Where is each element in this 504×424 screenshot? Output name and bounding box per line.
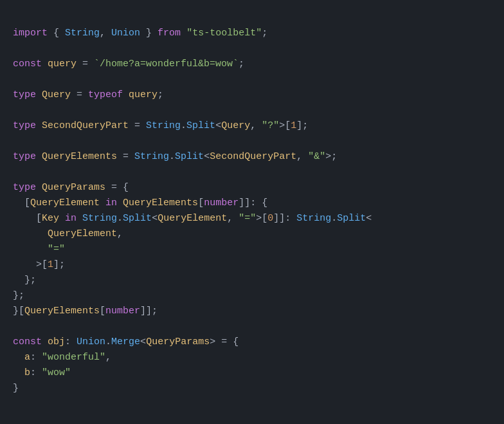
line-19: }[QueryElements[number]]; <box>13 306 158 317</box>
line-22: a: "wonderful", <box>13 352 111 363</box>
line-3: const query = `/home?a=wonderful&b=wow`; <box>13 59 244 69</box>
line-12: [QueryElement in QueryElements[number]]:… <box>13 198 267 208</box>
line-17: }; <box>13 275 36 286</box>
line-24: } <box>13 383 19 394</box>
line-18: }; <box>13 290 24 301</box>
line-7: type SecondQueryPart = String.Split<Quer… <box>13 120 308 131</box>
line-14: QueryElement, <box>13 228 123 239</box>
line-23: b: "wow" <box>13 367 71 378</box>
line-21: const obj: Union.Merge<QueryParams> = { <box>13 336 239 347</box>
line-5: type Query = typeof query; <box>13 89 163 100</box>
line-16: >[1]; <box>13 259 65 270</box>
code-editor: import { String, Union } from "ts-toolbe… <box>13 10 491 396</box>
line-1: import { String, Union } from "ts-toolbe… <box>13 28 267 39</box>
line-15: "=" <box>13 244 65 255</box>
line-13: [Key in String.Split<QueryElement, "=">[… <box>13 213 372 224</box>
line-9: type QueryElements = String.Split<Second… <box>13 151 337 162</box>
line-11: type QueryParams = { <box>13 182 129 193</box>
